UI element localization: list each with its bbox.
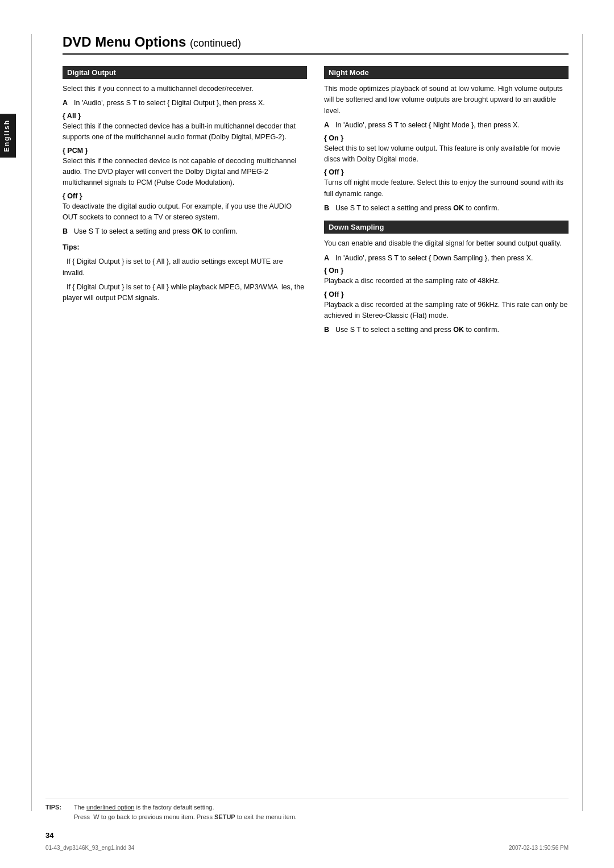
- night-mode-step-a: A In 'Audio', press S T to select { Nigh…: [324, 120, 569, 131]
- tips-text2: If { Digital Output } is set to { All } …: [63, 282, 307, 304]
- tips-header: Tips:: [63, 242, 307, 253]
- footer-date: 2007-02-13 1:50:56 PM: [509, 845, 569, 851]
- down-sampling-section: Down Sampling You can enable and disable…: [324, 221, 569, 335]
- digital-output-step-a: A In 'Audio', press S T to select { Digi…: [63, 98, 307, 109]
- digital-off-text: To deactivate the digital audio output. …: [63, 201, 307, 223]
- night-mode-step-b: B Use S T to select a setting and press …: [324, 203, 569, 214]
- footer-filename: 01-43_dvp3146K_93_eng1.indd 34: [45, 845, 134, 851]
- digital-output-intro: Select this if you connect to a multicha…: [63, 84, 307, 94]
- night-on-label: { On }: [324, 134, 569, 142]
- page-container: English DVD Menu Options (continued) Dig…: [0, 0, 614, 868]
- night-mode-intro: This mode optimizes playback of sound at…: [324, 84, 569, 117]
- page-title: DVD Menu Options (continued): [63, 34, 569, 55]
- pcm-text: Select this if the connected device is n…: [63, 156, 307, 189]
- digital-output-header: Digital Output: [63, 66, 307, 79]
- language-tab: English: [0, 114, 16, 157]
- all-text: Select this if the connected device has …: [63, 121, 307, 143]
- decorative-vline-left: [31, 34, 32, 811]
- down-sampling-intro: You can enable and disable the digital s…: [324, 238, 569, 249]
- page-number: 34: [45, 831, 53, 840]
- night-mode-header: Night Mode: [324, 66, 569, 79]
- sampling-off-text: Playback a disc recorded at the sampling…: [324, 300, 569, 322]
- down-sampling-step-a: A In 'Audio', press S T to select { Down…: [324, 253, 569, 264]
- all-label: { All }: [63, 112, 307, 120]
- tips-text1: If { Digital Output } is set to { All },…: [63, 256, 307, 279]
- sampling-on-text: Playback a disc recorded at the sampling…: [324, 276, 569, 286]
- night-off-label: { Off }: [324, 168, 569, 176]
- down-sampling-header: Down Sampling: [324, 221, 569, 234]
- tips-footer: TIPS: The underlined option is the facto…: [45, 799, 569, 823]
- tips-text-block: TIPS: The underlined option is the facto…: [45, 803, 569, 823]
- digital-output-step-b: B Use S T to select a setting and press …: [63, 226, 307, 237]
- pcm-label: { PCM }: [63, 147, 307, 155]
- night-mode-section: Night Mode This mode optimizes playback …: [324, 66, 569, 214]
- main-columns: Digital Output Select this if you connec…: [63, 66, 569, 343]
- sampling-on-label: { On }: [324, 267, 569, 275]
- left-column: Digital Output Select this if you connec…: [63, 66, 307, 343]
- sampling-off-label: { Off }: [324, 290, 569, 298]
- right-column: Night Mode This mode optimizes playback …: [324, 66, 569, 343]
- digital-off-label: { Off }: [63, 192, 307, 200]
- down-sampling-step-b: B Use S T to select a setting and press …: [324, 325, 569, 335]
- decorative-vline-right: [582, 34, 583, 811]
- digital-output-section: Digital Output Select this if you connec…: [63, 66, 307, 304]
- night-on-text: Select this to set low volume output. Th…: [324, 143, 569, 165]
- night-off-text: Turns off night mode feature. Select thi…: [324, 177, 569, 200]
